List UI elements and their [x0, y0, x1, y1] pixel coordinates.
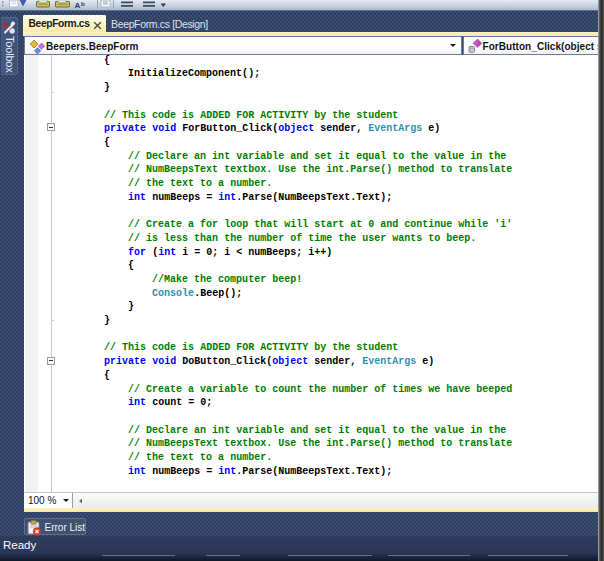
svg-text:A: A: [75, 1, 81, 10]
svg-text:b: b: [81, 0, 85, 7]
